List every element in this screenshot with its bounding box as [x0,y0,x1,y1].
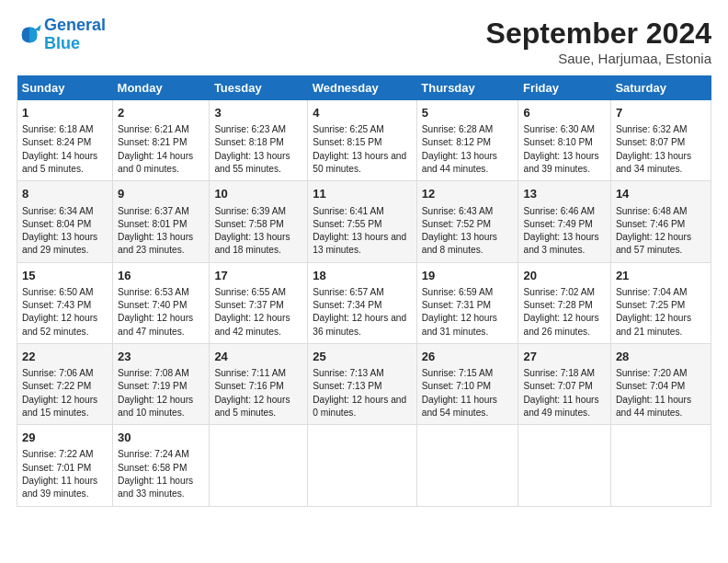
day-number: 4 [313,105,412,121]
table-cell: 11Sunrise: 6:41 AMSunset: 7:55 PMDayligh… [308,181,417,262]
sunset: Sunset: 8:24 PM [22,137,91,147]
day-number: 9 [118,186,204,202]
day-number: 30 [118,430,204,446]
table-cell: 1Sunrise: 6:18 AMSunset: 8:24 PMDaylight… [17,100,113,181]
table-cell [610,425,711,506]
sunrise: Sunrise: 7:15 AM [422,368,494,378]
table-cell: 6Sunrise: 6:30 AMSunset: 8:10 PMDaylight… [518,100,610,181]
daylight: Daylight: 13 hours and 50 minutes. [313,151,406,174]
daylight: Daylight: 12 hours and 26 minutes. [523,313,598,336]
title-block: September 2024 Saue, Harjumaa, Estonia [486,17,711,66]
day-number: 28 [616,349,706,365]
daylight: Daylight: 11 hours and 54 minutes. [422,395,497,418]
sunrise: Sunrise: 6:18 AM [22,124,94,134]
page-subtitle: Saue, Harjumaa, Estonia [486,51,711,66]
day-number: 11 [313,186,412,202]
table-cell [308,425,417,506]
col-sunday: Sunday [17,75,113,100]
sunrise: Sunrise: 6:23 AM [214,124,286,134]
sunset: Sunset: 7:22 PM [22,381,91,391]
sunset: Sunset: 7:31 PM [422,300,491,310]
table-cell: 9Sunrise: 6:37 AMSunset: 8:01 PMDaylight… [113,181,210,262]
table-cell: 14Sunrise: 6:48 AMSunset: 7:46 PMDayligh… [610,181,711,262]
calendar-week-row: 29Sunrise: 7:22 AMSunset: 7:01 PMDayligh… [17,425,711,506]
sunrise: Sunrise: 6:55 AM [214,287,286,297]
calendar-week-row: 22Sunrise: 7:06 AMSunset: 7:22 PMDayligh… [17,343,711,424]
table-cell: 21Sunrise: 7:04 AMSunset: 7:25 PMDayligh… [610,262,711,343]
sunset: Sunset: 8:01 PM [118,219,187,229]
day-number: 15 [22,268,108,284]
table-cell: 2Sunrise: 6:21 AMSunset: 8:21 PMDaylight… [113,100,210,181]
sunrise: Sunrise: 6:50 AM [22,287,94,297]
col-thursday: Thursday [416,75,518,100]
day-number: 22 [22,349,108,365]
table-cell: 15Sunrise: 6:50 AMSunset: 7:43 PMDayligh… [17,262,113,343]
sunrise: Sunrise: 6:28 AM [422,124,494,134]
day-number: 5 [422,105,514,121]
page: General Blue September 2024 Saue, Harjum… [0,0,728,563]
calendar-table: Sunday Monday Tuesday Wednesday Thursday… [17,75,711,507]
daylight: Daylight: 12 hours and 47 minutes. [118,313,193,336]
calendar-week-row: 15Sunrise: 6:50 AMSunset: 7:43 PMDayligh… [17,262,711,343]
table-cell: 22Sunrise: 7:06 AMSunset: 7:22 PMDayligh… [17,343,113,424]
daylight: Daylight: 13 hours and 39 minutes. [523,151,598,174]
logo-line2: Blue [44,34,80,52]
day-number: 13 [523,186,605,202]
table-cell: 25Sunrise: 7:13 AMSunset: 7:13 PMDayligh… [308,343,417,424]
day-number: 29 [22,430,108,446]
sunset: Sunset: 8:15 PM [313,137,381,147]
table-cell: 26Sunrise: 7:15 AMSunset: 7:10 PMDayligh… [416,343,518,424]
sunrise: Sunrise: 7:18 AM [523,368,595,378]
daylight: Daylight: 13 hours and 34 minutes. [616,151,691,174]
sunset: Sunset: 7:13 PM [313,381,381,391]
table-cell [416,425,518,506]
table-cell: 28Sunrise: 7:20 AMSunset: 7:04 PMDayligh… [610,343,711,424]
sunset: Sunset: 7:37 PM [214,300,283,310]
daylight: Daylight: 12 hours and 10 minutes. [118,395,193,418]
table-cell: 8Sunrise: 6:34 AMSunset: 8:04 PMDaylight… [17,181,113,262]
day-number: 12 [422,186,514,202]
table-cell: 30Sunrise: 7:24 AMSunset: 6:58 PMDayligh… [113,425,210,506]
day-number: 16 [118,268,204,284]
sunset: Sunset: 7:55 PM [313,219,381,229]
logo-icon [17,22,42,48]
col-wednesday: Wednesday [308,75,417,100]
sunset: Sunset: 7:16 PM [214,381,283,391]
page-title: September 2024 [486,17,711,51]
col-friday: Friday [518,75,610,100]
sunset: Sunset: 8:21 PM [118,137,187,147]
sunrise: Sunrise: 6:43 AM [422,206,494,216]
sunset: Sunset: 8:18 PM [214,137,283,147]
day-number: 10 [214,186,302,202]
col-monday: Monday [113,75,210,100]
table-cell: 7Sunrise: 6:32 AMSunset: 8:07 PMDaylight… [610,100,711,181]
sunrise: Sunrise: 6:46 AM [523,206,595,216]
sunrise: Sunrise: 7:06 AM [22,368,94,378]
sunset: Sunset: 8:04 PM [22,219,91,229]
daylight: Daylight: 13 hours and 23 minutes. [118,232,193,255]
day-number: 1 [22,105,108,121]
sunrise: Sunrise: 6:32 AM [616,124,688,134]
sunrise: Sunrise: 7:08 AM [118,368,189,378]
sunrise: Sunrise: 7:20 AM [616,368,688,378]
calendar-week-row: 1Sunrise: 6:18 AMSunset: 8:24 PMDaylight… [17,100,711,181]
table-cell: 24Sunrise: 7:11 AMSunset: 7:16 PMDayligh… [210,343,308,424]
day-number: 27 [523,349,605,365]
daylight: Daylight: 12 hours and 0 minutes. [313,395,406,418]
daylight: Daylight: 14 hours and 5 minutes. [22,151,97,174]
daylight: Daylight: 12 hours and 31 minutes. [422,313,497,336]
sunset: Sunset: 8:12 PM [422,137,491,147]
table-cell: 23Sunrise: 7:08 AMSunset: 7:19 PMDayligh… [113,343,210,424]
table-cell: 27Sunrise: 7:18 AMSunset: 7:07 PMDayligh… [518,343,610,424]
sunset: Sunset: 7:07 PM [523,381,592,391]
daylight: Daylight: 11 hours and 49 minutes. [523,395,598,418]
table-cell: 29Sunrise: 7:22 AMSunset: 7:01 PMDayligh… [17,425,113,506]
daylight: Daylight: 14 hours and 0 minutes. [118,151,193,174]
day-number: 7 [616,105,706,121]
sunrise: Sunrise: 6:41 AM [313,206,384,216]
daylight: Daylight: 13 hours and 18 minutes. [214,232,290,255]
daylight: Daylight: 13 hours and 3 minutes. [523,232,598,255]
table-cell [518,425,610,506]
day-number: 24 [214,349,302,365]
sunrise: Sunrise: 7:02 AM [523,287,595,297]
